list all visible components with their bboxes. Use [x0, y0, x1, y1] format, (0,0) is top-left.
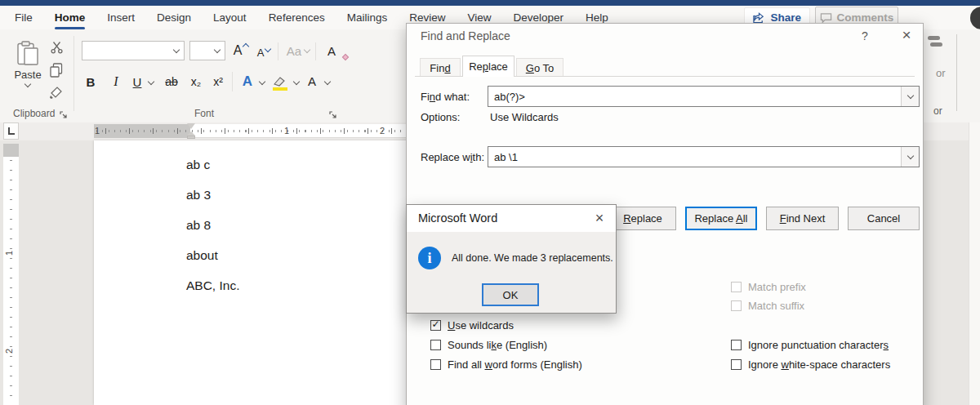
superscript-button[interactable]: x² — [207, 72, 229, 91]
font-color-button[interactable]: A — [302, 70, 322, 91]
editor-group-label-fragment: or — [933, 105, 942, 117]
share-icon — [753, 12, 765, 24]
replace-with-combobox[interactable]: ab \1 — [488, 146, 920, 167]
clipboard-dialog-launcher[interactable] — [57, 109, 69, 120]
find-what-combobox[interactable]: ab(?)> — [488, 86, 920, 107]
checkbox-ignore-punctuation[interactable]: ✓ Ignore punctuation characters — [731, 338, 889, 351]
change-case-button[interactable]: Aa — [284, 41, 312, 60]
find-next-button[interactable]: Find Next — [766, 207, 839, 230]
text-effects-dropdown[interactable] — [256, 75, 268, 90]
close-icon[interactable]: × — [588, 207, 611, 229]
info-icon: i — [418, 247, 441, 269]
clipboard-paste-icon — [17, 41, 38, 65]
tab-insert[interactable]: Insert — [107, 11, 135, 24]
strikethrough-button[interactable]: ab — [160, 72, 183, 91]
replace-all-button[interactable]: Replace All — [685, 207, 757, 230]
find-what-dropdown[interactable] — [901, 87, 919, 106]
copy-button[interactable] — [47, 62, 65, 78]
editor-icon — [930, 42, 942, 47]
tab-help[interactable]: Help — [586, 11, 608, 24]
tab-home[interactable]: Home — [55, 11, 86, 24]
checkbox-find-all-word-forms[interactable]: ✓ Find all word forms (English) — [430, 358, 582, 371]
close-icon[interactable]: × — [897, 26, 916, 44]
tab-stop-selector[interactable] — [3, 122, 19, 140]
ok-button[interactable]: OK — [482, 283, 539, 306]
shrink-font-button[interactable]: A — [254, 42, 274, 62]
find-next-button-label: Find Next — [780, 212, 826, 225]
vertical-scrollbar[interactable] — [969, 122, 980, 405]
font-dialog-launcher[interactable] — [327, 109, 338, 120]
account-avatar[interactable] — [970, 7, 980, 29]
group-divider — [74, 36, 74, 111]
paste-button[interactable]: Paste — [8, 36, 47, 111]
left-tab-stop-icon — [8, 127, 15, 135]
checkbox-box[interactable]: ✓ — [430, 359, 441, 370]
checkbox-box[interactable]: ✓ — [430, 320, 441, 331]
checkbox-use-wildcards[interactable]: ✓ Use wildcards — [430, 318, 514, 332]
document-line[interactable]: ab c — [186, 158, 210, 172]
tab-references[interactable]: References — [269, 11, 325, 24]
underline-button[interactable]: U — [129, 72, 145, 91]
small-divider — [315, 42, 316, 60]
underline-dropdown[interactable] — [145, 75, 157, 90]
chevron-down-icon — [214, 46, 220, 52]
tab-design[interactable]: Design — [157, 11, 191, 24]
subscript-button[interactable]: x₂ — [185, 72, 207, 91]
checkbox-ignore-whitespace[interactable]: ✓ Ignore white-space characters — [731, 358, 890, 371]
document-line[interactable]: about — [186, 248, 218, 263]
checkbox-box[interactable]: ✓ — [731, 359, 742, 370]
document-line[interactable]: ab 8 — [186, 218, 211, 233]
italic-button[interactable]: I — [107, 72, 125, 91]
left-indent-marker[interactable] — [187, 136, 195, 139]
replace-button[interactable]: Replace — [609, 207, 676, 230]
small-divider — [278, 42, 278, 60]
checkbox-box[interactable]: ✓ — [430, 340, 441, 350]
tab-go-to[interactable]: Go To — [516, 58, 564, 77]
cancel-button[interactable]: Cancel — [848, 207, 920, 230]
font-name-combobox[interactable] — [82, 41, 185, 60]
help-button[interactable]: ? — [858, 29, 872, 42]
document-line[interactable]: ABC, Inc. — [186, 278, 239, 293]
checkbox-match-prefix[interactable]: ✓ Match prefix — [731, 280, 806, 293]
checkbox-match-suffix[interactable]: ✓ Match suffix — [731, 299, 804, 312]
tab-layout[interactable]: Layout — [213, 11, 247, 24]
tab-file[interactable]: File — [15, 11, 33, 24]
format-painter-button[interactable] — [46, 83, 65, 101]
clipboard-group-label: Clipboard — [13, 108, 55, 119]
checkbox-box[interactable]: ✓ — [731, 300, 742, 311]
tab-replace[interactable]: Replace — [462, 56, 514, 77]
text-effects-button[interactable]: A — [237, 72, 258, 91]
grow-font-button[interactable]: A — [231, 41, 251, 60]
text-highlight-dropdown[interactable] — [291, 75, 302, 90]
tab-developer[interactable]: Developer — [514, 11, 564, 24]
tab-review[interactable]: Review — [409, 11, 445, 24]
document-line[interactable]: ab 3 — [186, 188, 211, 202]
checkbox-box[interactable]: ✓ — [731, 340, 742, 350]
first-line-indent-marker[interactable] — [187, 123, 195, 129]
tab-mailings[interactable]: Mailings — [347, 11, 388, 24]
tab-find[interactable]: Find — [420, 58, 461, 77]
clear-formatting-button[interactable]: A — [320, 41, 343, 60]
cut-button[interactable] — [47, 39, 65, 56]
scissors-icon — [51, 41, 63, 54]
tab-view[interactable]: View — [467, 11, 491, 24]
font-size-combobox[interactable] — [189, 41, 225, 60]
ruler-number: 1 — [4, 251, 14, 256]
chevron-down-icon — [906, 152, 913, 158]
replace-with-dropdown[interactable] — [901, 147, 919, 167]
font-color-dropdown[interactable] — [322, 75, 333, 90]
checkbox-box[interactable]: ✓ — [731, 282, 742, 292]
vertical-ruler[interactable]: 1 2 — [3, 144, 19, 405]
ok-button-label: OK — [503, 289, 519, 301]
caret-down-icon — [265, 46, 271, 52]
font-size-dropdown[interactable] — [212, 42, 223, 60]
clear-formatting-glyph: A — [327, 44, 336, 58]
text-highlight-button[interactable] — [270, 70, 291, 91]
checkbox-sounds-like[interactable]: ✓ Sounds like (English) — [430, 338, 547, 351]
format-painter-icon — [49, 86, 63, 100]
find-what-value: ab(?)> — [494, 91, 525, 103]
font-name-dropdown[interactable] — [171, 42, 182, 60]
bold-button[interactable]: B — [82, 72, 100, 91]
chevron-down-icon — [173, 46, 180, 52]
ruler-margin-area — [3, 144, 19, 157]
